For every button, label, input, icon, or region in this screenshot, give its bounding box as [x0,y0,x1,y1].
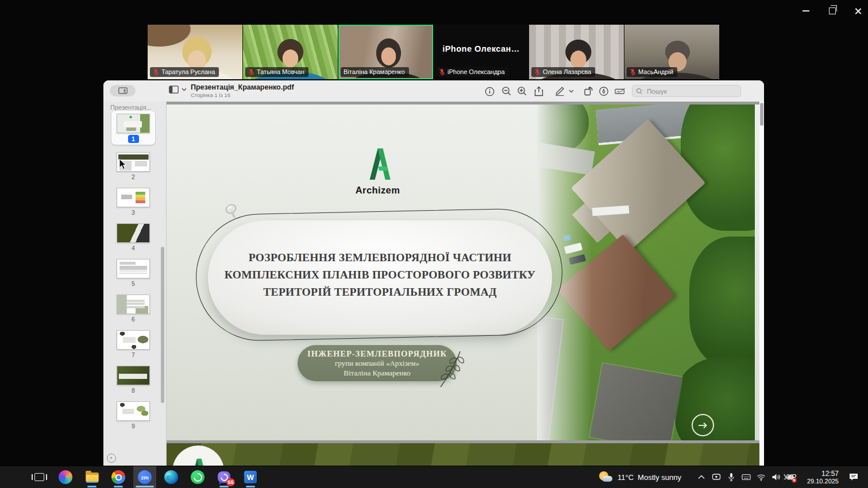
participant-tile[interactable]: МасьАндрій [624,25,720,79]
participant-tile[interactable]: iPhone Олексан… iPhone Олександра [434,25,529,79]
mic-muted-icon [439,68,445,75]
participant-name-tag: Олена Лазарєва [531,67,595,77]
minimize-icon [803,10,809,11]
hidden-icons-chevron[interactable] [696,472,706,482]
system-tray [696,466,796,488]
thumbnail-list: 1 2 3 4 5 6 [103,111,163,429]
thumbnail-preview[interactable] [117,330,150,350]
participant-tile[interactable]: Олена Лазарєва [529,25,624,79]
sidebar-icon [169,86,179,94]
language-code: УКР [784,473,797,481]
page2-archizem-logo [187,455,210,466]
search-input[interactable] [646,87,723,95]
participant-name: МасьАндрій [638,68,673,75]
thumbnail-item[interactable]: 5 [117,259,150,287]
thumbnail-preview[interactable] [117,366,150,385]
taskbar-app-button[interactable]: 55 [213,466,236,488]
thumbnail-item[interactable]: 4 [117,223,150,251]
weather-widget[interactable]: 11°C Mostly sunny [599,466,681,488]
app-icon [111,470,125,484]
running-indicator [87,486,97,487]
taskbar-app-button[interactable] [1,466,24,488]
thumbnail-preview[interactable] [117,188,150,207]
pdf-toolbar: Презентація_Крамаренко.pdf Сторінка 1 із… [103,80,764,102]
taskbar-app-button[interactable] [54,466,77,488]
sidebar-scrollbar[interactable] [161,247,164,403]
participant-tile[interactable]: Віталіна Крамаренко [338,25,434,79]
taskbar-app-button[interactable] [80,466,103,488]
app-icon [191,470,205,484]
thumbnail-preview[interactable] [117,295,150,314]
weather-condition: Mostly sunny [638,473,681,482]
thumbnail-size-control[interactable] [107,454,116,463]
markup-chevron-button[interactable] [568,86,574,97]
document-title-block: Презентація_Крамаренко.pdf Сторінка 1 із… [191,83,294,98]
restore-button[interactable] [823,3,842,18]
taskbar-app-button[interactable] [186,466,209,488]
thumbnail-preview[interactable] [117,259,150,278]
taskbar-app-button[interactable] [239,466,262,488]
thumbnail-item[interactable]: 2 [117,152,150,180]
thumbnail-item[interactable]: 1 [111,111,155,145]
slide-title: РОЗРОБЛЕННЯ ЗЕМЛЕВПОРЯДНОЇ ЧАСТИНИ КОМПЛ… [208,249,552,301]
aerial-photo [537,104,755,440]
thumbnail-item[interactable]: 9 [117,401,150,429]
thumbnail-item[interactable]: 6 [117,295,150,323]
notification-center-button[interactable] [843,466,864,488]
running-indicator [136,486,154,487]
signature-button[interactable] [615,86,626,97]
language-indicator[interactable]: УКР [784,466,797,488]
chevron-down-icon [182,88,187,91]
thumbnail-number: 7 [129,351,138,358]
time: 12:57 [821,470,839,478]
thumbnail-number: 2 [129,173,138,180]
search-icon [636,88,643,95]
next-slide-button[interactable] [692,414,714,436]
participant-name-tag: Таратула Руслана [150,67,219,77]
participant-tile[interactable]: Татьяна Мовчан [243,25,338,79]
markup-button[interactable] [554,86,565,97]
weather-icon [599,471,614,483]
screen-person-icon [118,87,128,94]
app-icon [138,470,152,484]
presenter-overlay-button[interactable] [110,85,136,96]
taskbar-app-button[interactable] [133,466,156,488]
taskbar-app-button[interactable] [160,466,183,488]
thumbnail-number: 9 [129,423,138,429]
thumbnail-item[interactable]: 8 [117,366,150,394]
search-field[interactable] [632,85,741,97]
share-button[interactable] [533,86,545,97]
mic-muted-icon [534,68,541,75]
info-button[interactable] [484,86,495,97]
pdf-scrollbar-thumb[interactable] [760,103,763,126]
microphone-icon[interactable] [726,472,736,482]
wifi-icon[interactable] [756,472,766,482]
clock[interactable]: 12:57 29.10.2025 [803,466,839,488]
participant-name: Олена Лазарєва [543,68,591,75]
taskbar-app-button[interactable] [107,466,130,488]
title-pill: РОЗРОБЛЕННЯ ЗЕМЛЕВПОРЯДНОЇ ЧАСТИНИ КОМПЛ… [208,220,552,335]
participant-name-tag: iPhone Олександра [436,67,509,77]
slide-page-2-preview [167,443,759,466]
volume-icon[interactable] [771,472,781,482]
sidebar-toggle-button[interactable] [169,86,187,94]
zoom-in-button[interactable] [516,86,528,97]
draw-button[interactable] [598,86,609,97]
taskbar-app-button[interactable] [28,466,51,488]
close-button[interactable] [848,3,867,18]
rotate-button[interactable] [582,86,594,97]
minimize-button[interactable] [796,3,816,18]
screen-cast-icon[interactable] [711,472,721,482]
participant-tile[interactable]: Таратула Руслана [148,25,243,79]
thumbnail-preview[interactable] [117,223,150,243]
thumbnail-number: 5 [129,280,138,287]
zoom-out-button[interactable] [501,86,512,97]
thumbnail-item[interactable]: 7 [117,330,150,358]
thumbnail-preview[interactable] [117,114,150,133]
thumbnail-item[interactable]: 3 [117,188,150,216]
touch-keyboard-icon[interactable] [741,472,751,482]
pdf-scrollbar-track[interactable] [759,102,764,466]
arrow-right-icon [698,422,708,429]
thumbnail-preview[interactable] [117,152,150,172]
thumbnail-preview[interactable] [117,401,150,421]
